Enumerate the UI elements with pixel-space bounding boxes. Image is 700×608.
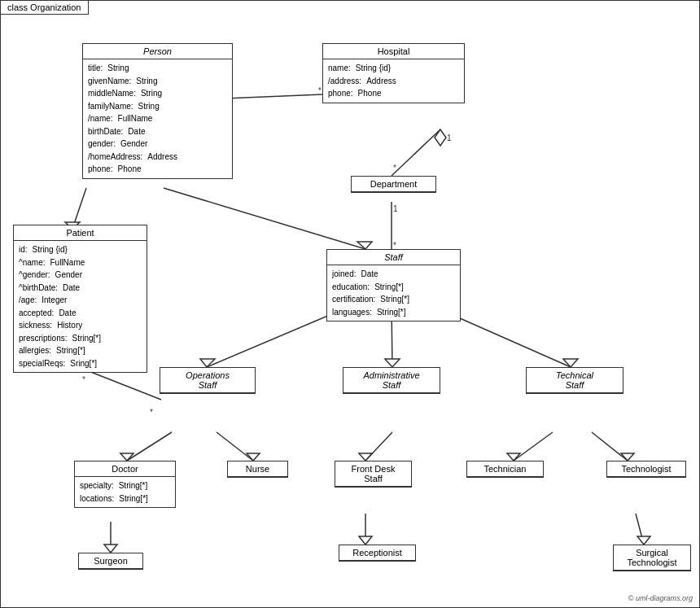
patient-body: id:String {id} ^name:FullName ^gender:Ge…	[14, 241, 147, 372]
svg-line-7	[225, 94, 322, 98]
svg-marker-11	[385, 359, 400, 367]
department-title: Department	[352, 177, 435, 192]
copyright: © uml-diagrams.org	[628, 594, 693, 602]
department-class: Department	[351, 176, 436, 193]
staff-body: joined:Date education:String[*] certific…	[327, 265, 460, 321]
svg-line-20	[514, 432, 553, 461]
surgical-technologist-title: SurgicalTechnologist	[614, 545, 690, 571]
doctor-class: Doctor specialty:String[*] locations:Str…	[74, 461, 176, 508]
svg-line-16	[217, 432, 253, 461]
nurse-title: Nurse	[228, 461, 287, 477]
surgeon-class: Surgeon	[78, 553, 143, 570]
operations-staff-title: OperationsStaff	[160, 368, 255, 393]
receptionist-title: Receptionist	[339, 545, 415, 561]
doctor-title: Doctor	[75, 461, 175, 477]
svg-line-14	[127, 432, 172, 461]
svg-line-3	[72, 188, 86, 229]
doctor-body: specialty:String[*] locations:String[*]	[75, 477, 175, 507]
svg-marker-17	[247, 453, 260, 461]
svg-marker-13	[563, 359, 578, 367]
svg-marker-1	[435, 129, 446, 146]
svg-marker-9	[200, 359, 215, 367]
person-body: title:String givenName:String middleName…	[83, 59, 232, 178]
technologist-class: Technologist	[606, 461, 686, 478]
person-title: Person	[83, 44, 232, 59]
diagram-title: class Organization	[1, 1, 89, 15]
svg-marker-19	[359, 453, 372, 461]
mult-hospital-dept-1: 1	[447, 133, 452, 142]
hospital-body: name:String {id} /address:Address phone:…	[323, 59, 464, 103]
technical-staff-title: TechnicalStaff	[527, 368, 623, 393]
mult-patient-star: *	[82, 375, 85, 384]
svg-marker-15	[120, 453, 133, 461]
receptionist-class: Receptionist	[339, 545, 416, 562]
staff-class: Staff joined:Date education:String[*] ce…	[326, 249, 461, 321]
technician-title: Technician	[467, 461, 543, 477]
mult-dept-staff-1: 1	[393, 204, 398, 213]
svg-line-5	[164, 188, 365, 249]
svg-marker-27	[359, 536, 372, 545]
svg-line-18	[365, 432, 392, 461]
hospital-class: Hospital name:String {id} /address:Addre…	[322, 43, 465, 103]
mult-ops-patient-star: *	[150, 408, 153, 417]
svg-marker-6	[357, 242, 372, 249]
mult-hospital-person: *	[318, 86, 322, 95]
svg-line-0	[392, 129, 440, 176]
nurse-class: Nurse	[227, 461, 288, 478]
mult-dept-hospital-star: *	[393, 164, 396, 173]
surgeon-title: Surgeon	[79, 553, 142, 569]
front-desk-staff-class: Front DeskStaff	[335, 461, 412, 488]
svg-line-30	[89, 371, 161, 400]
staff-title: Staff	[327, 250, 460, 265]
svg-marker-29	[637, 536, 650, 545]
technologist-title: Technologist	[607, 461, 685, 477]
svg-marker-21	[507, 453, 520, 461]
technician-class: Technician	[466, 461, 544, 478]
operations-staff-class: OperationsStaff	[160, 367, 256, 394]
person-class: Person title:String givenName:String mid…	[82, 43, 233, 179]
svg-marker-25	[104, 545, 117, 553]
patient-class: Patient id:String {id} ^name:FullName ^g…	[13, 225, 147, 373]
front-desk-staff-title: Front DeskStaff	[335, 461, 411, 487]
patient-title: Patient	[14, 225, 147, 241]
diagram-container: class Organization	[0, 0, 700, 608]
hospital-title: Hospital	[323, 44, 464, 59]
svg-line-22	[592, 432, 628, 461]
surgical-technologist-class: SurgicalTechnologist	[613, 545, 691, 571]
svg-line-28	[636, 514, 644, 545]
technical-staff-class: TechnicalStaff	[526, 367, 623, 394]
svg-marker-23	[621, 453, 634, 461]
administrative-staff-class: AdministrativeStaff	[343, 367, 440, 394]
administrative-staff-title: AdministrativeStaff	[343, 368, 440, 393]
